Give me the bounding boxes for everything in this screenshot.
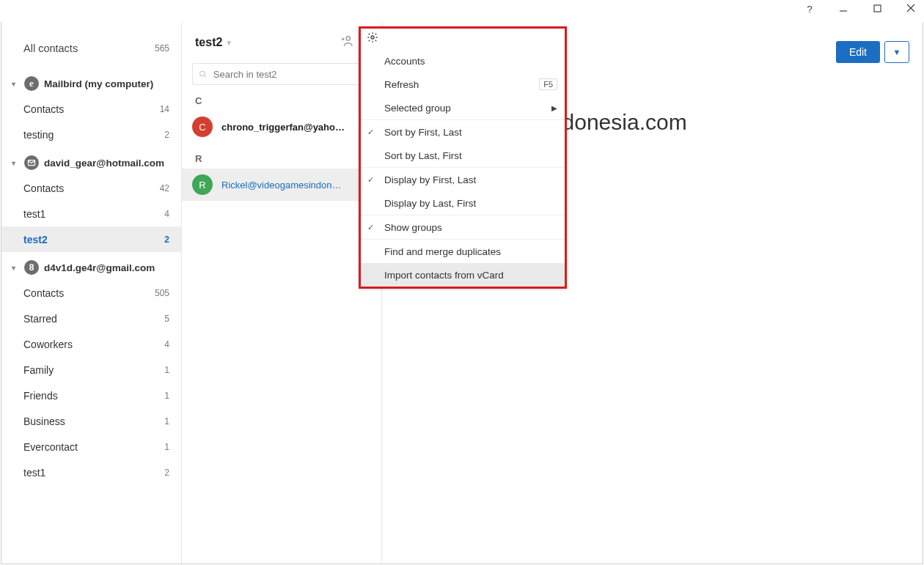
svg-line-3 (907, 4, 914, 12)
sidebar-all-contacts[interactable]: All contacts 565 (1, 35, 181, 61)
account-name: d4v1d.ge4r@gmail.com (44, 262, 155, 273)
window-titlebar: ? (0, 0, 924, 22)
group-name-dropdown[interactable]: test2 ▼ (195, 36, 232, 49)
sidebar-item-count: 4 (164, 339, 169, 350)
chevron-down-icon: ▾ (12, 264, 19, 272)
sidebar-item-label: Business (23, 416, 65, 427)
sidebar-item-label: test1 (23, 467, 45, 479)
check-icon: ✓ (367, 175, 374, 185)
sidebar-item[interactable]: Contacts42 (1, 175, 181, 201)
menu-item-label: Find and merge duplicates (384, 246, 501, 257)
check-icon: ✓ (367, 128, 374, 137)
add-contact-icon[interactable] (340, 35, 353, 50)
check-icon: ✓ (367, 223, 374, 232)
menu-shortcut: F5 (539, 78, 557, 90)
menu-item[interactable]: Find and merge duplicates (361, 240, 565, 263)
sidebar-item-count: 1 (164, 442, 169, 452)
sidebar-item[interactable]: test14 (1, 201, 181, 226)
search-input-wrapper[interactable] (192, 63, 371, 85)
sidebar-item[interactable]: Evercontact1 (1, 434, 181, 459)
svg-point-11 (371, 36, 374, 39)
contact-row[interactable]: Cchrono_triggerfan@yaho… (182, 111, 381, 143)
search-input[interactable] (213, 69, 364, 80)
sidebar-item-count: 1 (164, 391, 169, 401)
sidebar-item[interactable]: Starred5 (1, 306, 181, 331)
edit-dropdown-button[interactable]: ▼ (884, 41, 909, 63)
section-letter: R (182, 143, 381, 169)
sidebar-item-label: Family (23, 364, 54, 376)
close-button[interactable] (901, 0, 921, 19)
sidebar-item-label: Friends (23, 390, 58, 402)
chevron-down-icon: ▼ (893, 48, 901, 56)
sidebar-item[interactable]: Business1 (1, 408, 181, 434)
avatar: R (192, 174, 213, 195)
sidebar-item-label: test2 (23, 234, 48, 245)
avatar: C (192, 117, 213, 137)
menu-item[interactable]: ▶Selected group (361, 96, 565, 119)
sidebar-all-count: 565 (155, 43, 169, 53)
sidebar-item[interactable]: Family1 (1, 357, 181, 383)
minimize-button[interactable] (833, 0, 854, 19)
svg-rect-1 (874, 5, 881, 12)
edit-button[interactable]: Edit (836, 41, 880, 63)
account-header[interactable]: ▾eMailbird (my computer) (1, 71, 181, 96)
menu-item[interactable]: ✓Sort by First, Last (361, 120, 565, 144)
menu-item-label: Display by Last, First (384, 198, 476, 209)
maximize-button[interactable] (867, 0, 887, 19)
account-name: david_gear@hotmail.com (44, 158, 164, 169)
menu-item[interactable]: Display by Last, First (361, 191, 565, 215)
chevron-down-icon: ▼ (225, 39, 232, 47)
settings-dropdown-menu: AccountsF5Refresh▶Selected group✓Sort by… (359, 26, 567, 289)
search-icon (199, 70, 208, 79)
contact-name: chrono_triggerfan@yaho… (221, 122, 371, 133)
menu-item[interactable]: ✓Show groups (361, 215, 565, 239)
svg-point-5 (346, 37, 350, 40)
sidebar-item-count: 42 (160, 183, 169, 193)
menu-item[interactable]: ✓Display by First, Last (361, 168, 565, 191)
menu-item[interactable]: F5Refresh (361, 73, 565, 96)
sidebar-item-count: 2 (164, 235, 169, 245)
account-header[interactable]: ▾david_gear@hotmail.com (1, 150, 181, 175)
sidebar-item[interactable]: test12 (1, 459, 181, 485)
account-name: Mailbird (my computer) (44, 78, 153, 89)
menu-item[interactable]: Sort by Last, First (361, 144, 565, 167)
sidebar-item-count: 1 (164, 365, 169, 375)
menu-item-label: Selected group (384, 103, 451, 114)
account-header[interactable]: ▾8d4v1d.ge4r@gmail.com (1, 255, 181, 280)
chevron-down-icon: ▾ (12, 159, 19, 167)
sidebar-item-label: Starred (23, 313, 57, 325)
sidebar-all-label: All contacts (23, 43, 78, 54)
sidebar-item-count: 2 (164, 468, 169, 478)
svg-line-10 (204, 75, 205, 76)
menu-item-label: Sort by Last, First (384, 150, 462, 161)
sidebar-item-count: 505 (155, 288, 169, 298)
sidebar: All contacts 565 ▾eMailbird (my computer… (1, 22, 182, 564)
sidebar-item-count: 14 (160, 104, 169, 114)
sidebar-item-label: testing (23, 129, 54, 141)
menu-item-label: Refresh (384, 79, 419, 90)
submenu-arrow-icon: ▶ (551, 104, 557, 112)
sidebar-item-label: Contacts (23, 182, 64, 194)
sidebar-item-label: Evercontact (23, 441, 78, 453)
gear-icon[interactable] (361, 29, 565, 49)
sidebar-item[interactable]: test22 (1, 226, 181, 252)
chevron-down-icon: ▾ (12, 80, 19, 88)
contact-row[interactable]: RRickel@videogamesindon… (182, 169, 381, 201)
sidebar-item-count: 4 (164, 209, 169, 219)
sidebar-item[interactable]: testing2 (1, 122, 181, 147)
menu-item-label: Accounts (384, 56, 425, 67)
menu-item[interactable]: Import contacts from vCard (361, 263, 565, 287)
sidebar-item[interactable]: Contacts505 (1, 280, 181, 306)
menu-item-label: Import contacts from vCard (384, 270, 504, 281)
sidebar-item-count: 5 (164, 314, 169, 324)
sidebar-item-label: Contacts (23, 103, 64, 115)
sidebar-item-label: Coworkers (23, 339, 73, 350)
sidebar-item[interactable]: Contacts14 (1, 96, 181, 122)
svg-line-2 (907, 4, 914, 12)
sidebar-item[interactable]: Coworkers4 (1, 331, 181, 357)
sidebar-item-count: 1 (164, 416, 169, 426)
menu-item-label: Display by First, Last (384, 174, 476, 185)
menu-item[interactable]: Accounts (361, 49, 565, 73)
sidebar-item[interactable]: Friends1 (1, 383, 181, 408)
help-button[interactable]: ? (799, 0, 820, 19)
